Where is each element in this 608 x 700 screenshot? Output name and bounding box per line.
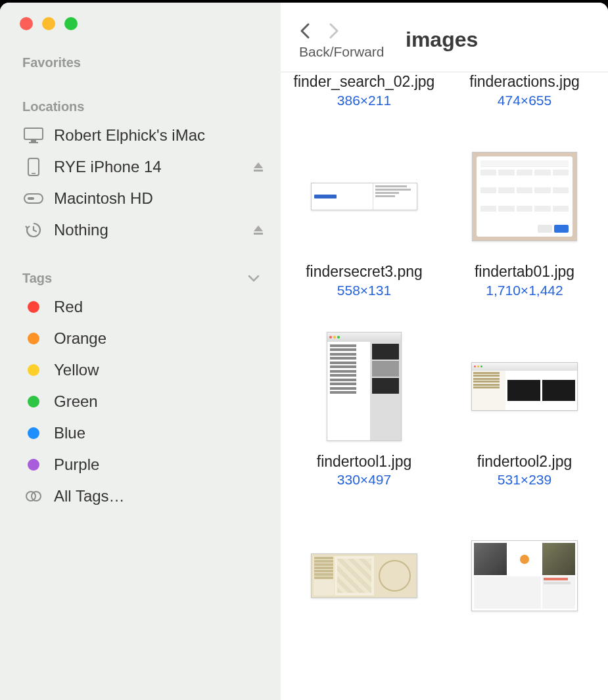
file-info: findertool2.jpg531×239 <box>477 452 573 488</box>
file-thumbnail[interactable] <box>311 553 417 598</box>
file-item[interactable]: finderactions.jpg474×655 <box>448 72 601 108</box>
sidebar-item-label: Macintosh HD <box>54 189 265 208</box>
favorites-label: Favorites <box>22 55 81 70</box>
file-dimensions: 386×211 <box>294 93 435 108</box>
svg-rect-8 <box>254 233 263 235</box>
sidebar-item-label: Nothing <box>54 221 252 239</box>
file-dimensions: 1,710×1,442 <box>475 283 574 298</box>
sidebar-item-macintosh-hd[interactable]: Macintosh HD <box>0 183 281 214</box>
file-info: findersecret3.png558×131 <box>306 262 423 298</box>
sidebar-item-label: Orange <box>54 329 265 348</box>
close-button[interactable] <box>20 17 33 30</box>
thumbnail-area <box>287 131 441 262</box>
sidebar: Favorites Locations Robert Elphick's iMa… <box>0 3 281 700</box>
tags-label: Tags <box>22 271 52 286</box>
file-info: findertool1.jpg330×497 <box>317 452 412 488</box>
tag-dot-icon <box>22 425 45 442</box>
file-item[interactable] <box>287 510 441 642</box>
minimize-button[interactable] <box>42 17 55 30</box>
iphone-icon <box>22 158 45 175</box>
svg-rect-5 <box>254 170 263 172</box>
eject-icon[interactable] <box>252 223 265 237</box>
window-controls <box>0 17 281 50</box>
file-thumbnail[interactable] <box>327 332 402 441</box>
tag-blue[interactable]: Blue <box>0 417 281 449</box>
timemachine-icon <box>22 222 45 239</box>
svg-rect-4 <box>32 173 35 174</box>
tags-section-header[interactable]: Tags <box>0 266 281 291</box>
file-name[interactable]: finder_search_02.jpg <box>294 72 435 91</box>
tag-dot-icon <box>22 330 45 347</box>
file-thumbnail[interactable] <box>471 540 578 611</box>
tag-dot-icon <box>22 456 45 473</box>
tag-yellow[interactable]: Yellow <box>0 354 281 386</box>
file-item[interactable] <box>448 510 601 642</box>
file-item[interactable]: findertool1.jpg330×497 <box>287 321 441 488</box>
locations-label: Locations <box>22 99 84 114</box>
file-name[interactable]: findertool1.jpg <box>317 452 412 471</box>
file-dimensions: 330×497 <box>317 472 412 488</box>
imac-icon <box>22 127 45 144</box>
svg-rect-7 <box>28 197 34 200</box>
sidebar-item-label: Blue <box>54 424 265 442</box>
forward-button[interactable] <box>327 22 340 40</box>
file-item[interactable]: findertool2.jpg531×239 <box>448 321 601 488</box>
sidebar-item-label: Red <box>54 298 265 316</box>
favorites-section-header[interactable]: Favorites <box>0 50 281 76</box>
file-item[interactable]: findersecret3.png558×131 <box>287 131 441 298</box>
file-dimensions: 474×655 <box>469 93 580 108</box>
tag-dot-icon <box>22 393 45 410</box>
sidebar-item-iphone[interactable]: RYE iPhone 14 <box>0 151 281 183</box>
thumbnail-area <box>287 510 441 642</box>
disk-icon <box>22 190 45 207</box>
back-button[interactable] <box>299 22 312 40</box>
svg-rect-0 <box>24 128 43 139</box>
tag-green[interactable]: Green <box>0 386 281 417</box>
back-forward-group: Back/Forward <box>299 15 385 60</box>
maximize-button[interactable] <box>64 17 78 30</box>
all-tags[interactable]: All Tags… <box>0 480 281 512</box>
sidebar-item-imac[interactable]: Robert Elphick's iMac <box>0 120 281 151</box>
sidebar-item-label: All Tags… <box>54 487 265 505</box>
sidebar-item-label: RYE iPhone 14 <box>54 158 252 176</box>
file-thumbnail[interactable] <box>472 152 577 241</box>
file-info: findertab01.jpg1,710×1,442 <box>475 262 574 298</box>
tag-purple[interactable]: Purple <box>0 449 281 480</box>
file-name[interactable]: findertab01.jpg <box>475 262 574 281</box>
file-name[interactable]: findertool2.jpg <box>477 452 573 471</box>
file-name[interactable]: finderactions.jpg <box>469 72 580 91</box>
sidebar-item-label: Purple <box>54 455 265 474</box>
toolbar: Back/Forward images <box>281 3 608 72</box>
svg-rect-2 <box>29 142 38 143</box>
file-item[interactable]: findertab01.jpg1,710×1,442 <box>448 131 601 298</box>
file-info: finderactions.jpg474×655 <box>469 72 580 108</box>
file-item[interactable]: finder_search_02.jpg386×211 <box>287 72 441 108</box>
tag-dot-icon <box>22 298 45 315</box>
tag-orange[interactable]: Orange <box>0 323 281 354</box>
file-dimensions: 558×131 <box>306 283 423 298</box>
locations-section-header[interactable]: Locations <box>0 94 281 120</box>
thumbnail-area <box>448 510 601 642</box>
file-name[interactable]: findersecret3.png <box>306 262 423 281</box>
sidebar-item-timemachine[interactable]: Nothing <box>0 214 281 246</box>
icon-grid[interactable]: finder_search_02.jpg386×211finderactions… <box>281 72 608 700</box>
window-title: images <box>406 28 478 52</box>
thumbnail-area <box>448 321 601 452</box>
sidebar-item-label: Green <box>54 392 265 411</box>
finder-window: Favorites Locations Robert Elphick's iMa… <box>0 3 608 700</box>
file-thumbnail[interactable] <box>471 362 578 411</box>
chevron-down-icon[interactable] <box>248 275 260 283</box>
tag-red[interactable]: Red <box>0 291 281 323</box>
eject-icon[interactable] <box>252 160 265 174</box>
thumbnail-area <box>448 131 601 262</box>
thumbnail-area <box>287 321 441 452</box>
sidebar-item-label: Yellow <box>54 361 265 379</box>
sidebar-item-label: Robert Elphick's iMac <box>54 126 265 145</box>
all-tags-icon <box>22 488 45 505</box>
file-thumbnail[interactable] <box>311 183 417 210</box>
tag-dot-icon <box>22 362 45 379</box>
svg-rect-1 <box>31 140 36 142</box>
file-info: finder_search_02.jpg386×211 <box>294 72 435 108</box>
file-dimensions: 531×239 <box>477 472 573 488</box>
main-area: Back/Forward images finder_search_02.jpg… <box>281 3 608 700</box>
